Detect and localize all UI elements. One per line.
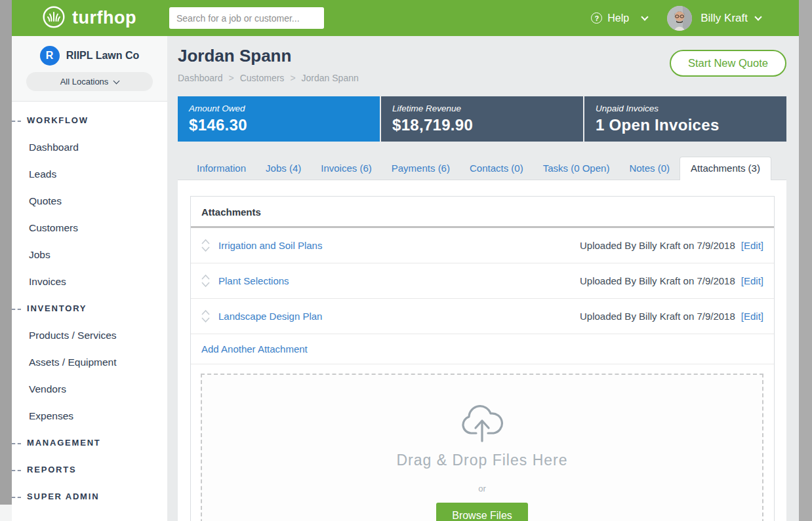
nav-section-label: WORKFLOW xyxy=(27,115,89,125)
stat-value: 1 Open Invoices xyxy=(596,116,775,134)
edit-link[interactable]: [Edit] xyxy=(741,311,763,322)
top-bar: turfhop ? Help Billy Kraft xyxy=(12,0,799,36)
browse-files-button[interactable]: Browse Files xyxy=(436,503,528,521)
page-header: Jordan Spann Dashboard > Customers > Jor… xyxy=(178,36,786,96)
edit-link[interactable]: [Edit] xyxy=(741,240,763,251)
attachment-row: Landscape Design Plan Uploaded By Billy … xyxy=(191,299,774,334)
uploaded-by-text: Uploaded By Billy Kraft on 7/9/2018 xyxy=(580,275,735,286)
start-new-quote-button[interactable]: Start New Quote xyxy=(670,50,786,77)
user-name[interactable]: Billy Kraft xyxy=(700,12,748,25)
window-edge-left-bottom xyxy=(0,505,12,521)
stat-value: $146.30 xyxy=(189,116,369,134)
dash-icon xyxy=(12,121,21,122)
tab-contacts[interactable]: Contacts (0) xyxy=(460,158,533,180)
sidebar-item-expenses[interactable]: Expenses xyxy=(12,402,167,429)
sidebar-item-dashboard[interactable]: Dashboard xyxy=(12,134,167,161)
nav-section-inventory[interactable]: INVENTORY xyxy=(12,295,167,322)
nav-section-label: SUPER ADMIN xyxy=(27,492,99,501)
tab-jobs[interactable]: Jobs (4) xyxy=(256,158,311,180)
file-dropzone[interactable]: Drag & Drop Files Here or Browse Files xyxy=(201,374,763,521)
dash-icon xyxy=(12,497,21,498)
scrollbar-track[interactable] xyxy=(799,0,812,521)
sidebar-item-assets-equipment[interactable]: Assets / Equipment xyxy=(12,349,167,376)
tab-invoices[interactable]: Invoices (6) xyxy=(311,158,382,180)
nav-section-management[interactable]: MANAGEMENT xyxy=(12,429,167,456)
add-another-attachment-link[interactable]: Add Another Attachment xyxy=(191,334,774,364)
stat-label: Lifetime Revenue xyxy=(392,104,572,113)
sidebar-item-vendors[interactable]: Vendors xyxy=(12,376,167,402)
chevron-up-icon[interactable] xyxy=(201,239,210,244)
brand[interactable]: turfhop xyxy=(42,5,163,31)
help-icon: ? xyxy=(591,12,602,24)
tab-information[interactable]: Information xyxy=(187,158,256,180)
search-input[interactable] xyxy=(169,7,324,29)
tab-payments[interactable]: Payments (6) xyxy=(382,158,460,180)
tab-attachments[interactable]: Attachments (3) xyxy=(680,157,771,180)
chevron-down-icon[interactable] xyxy=(201,317,210,322)
stat-unpaid-invoices: Unpaid Invoices 1 Open Invoices xyxy=(584,96,786,142)
sidebar-nav: WORKFLOW Dashboard Leads Quotes Customer… xyxy=(12,102,167,510)
attachment-link[interactable]: Irrigation and Soil Plans xyxy=(218,240,322,251)
tab-notes[interactable]: Notes (0) xyxy=(619,158,680,180)
attachment-row: Irrigation and Soil Plans Uploaded By Bi… xyxy=(191,228,774,263)
global-search xyxy=(169,7,324,29)
attachments-card-title: Attachments xyxy=(191,197,774,228)
breadcrumb-separator: > xyxy=(229,73,234,83)
nav-section-reports[interactable]: REPORTS xyxy=(12,456,167,483)
edit-link[interactable]: [Edit] xyxy=(741,275,763,286)
tab-panel: Attachments Irrigation and Soil Plans Up… xyxy=(178,180,786,521)
sidebar-company-block: R RIIPL Lawn Co All Locations xyxy=(12,36,167,102)
sidebar-item-jobs[interactable]: Jobs xyxy=(12,241,167,268)
uploaded-by-text: Uploaded By Billy Kraft on 7/9/2018 xyxy=(580,240,735,251)
chevron-up-icon[interactable] xyxy=(201,310,210,315)
sidebar-item-customers[interactable]: Customers xyxy=(12,214,167,241)
breadcrumb-customers[interactable]: Customers xyxy=(240,73,285,83)
company-name: RIIPL Lawn Co xyxy=(66,50,140,62)
attachment-link[interactable]: Landscape Design Plan xyxy=(218,311,322,322)
help-label: Help xyxy=(607,12,629,24)
nav-section-label: MANAGEMENT xyxy=(27,438,101,448)
chevron-down-icon[interactable] xyxy=(201,246,210,252)
stat-value: $18,719.90 xyxy=(392,116,572,134)
dropzone-title: Drag & Drop Files Here xyxy=(396,452,567,469)
chevron-down-icon[interactable] xyxy=(754,13,761,20)
locations-label: All Locations xyxy=(60,77,109,87)
dash-icon xyxy=(12,443,21,444)
sidebar: R RIIPL Lawn Co All Locations WORKFLOW D… xyxy=(12,36,167,521)
avatar[interactable] xyxy=(667,6,692,31)
stat-amount-owed: Amount Owed $146.30 xyxy=(178,96,380,142)
sidebar-item-quotes[interactable]: Quotes xyxy=(12,187,167,214)
nav-section-super-admin[interactable]: SUPER ADMIN xyxy=(12,483,167,510)
help-menu[interactable]: ? Help xyxy=(591,12,647,24)
reorder-controls xyxy=(201,275,210,287)
attachment-link[interactable]: Plant Selections xyxy=(218,275,289,286)
nav-section-workflow[interactable]: WORKFLOW xyxy=(12,107,167,134)
uploaded-by-text: Uploaded By Billy Kraft on 7/9/2018 xyxy=(580,311,735,322)
attachments-card: Attachments Irrigation and Soil Plans Up… xyxy=(190,196,775,521)
dash-icon xyxy=(12,470,21,471)
stat-label: Amount Owed xyxy=(189,104,369,113)
breadcrumb-dashboard[interactable]: Dashboard xyxy=(178,73,223,83)
reorder-controls xyxy=(201,310,210,322)
chevron-up-icon[interactable] xyxy=(201,275,210,280)
nav-section-label: INVENTORY xyxy=(27,303,87,313)
locations-dropdown[interactable]: All Locations xyxy=(26,72,153,91)
tab-bar: Information Jobs (4) Invoices (6) Paymen… xyxy=(178,157,786,180)
chevron-down-icon xyxy=(641,13,649,20)
top-bar-right: ? Help Billy Kraft xyxy=(591,6,761,31)
tab-tasks[interactable]: Tasks (0 Open) xyxy=(533,158,620,180)
sidebar-item-leads[interactable]: Leads xyxy=(12,161,167,187)
stat-label: Unpaid Invoices xyxy=(596,104,775,113)
nav-section-label: REPORTS xyxy=(27,465,76,474)
stats-bar: Amount Owed $146.30 Lifetime Revenue $18… xyxy=(178,96,786,142)
sidebar-item-products-services[interactable]: Products / Services xyxy=(12,322,167,349)
reorder-controls xyxy=(201,239,210,252)
company-logo: R xyxy=(40,46,60,66)
breadcrumb-separator: > xyxy=(290,73,295,83)
company-row[interactable]: R RIIPL Lawn Co xyxy=(40,46,140,66)
chevron-down-icon[interactable] xyxy=(201,282,210,287)
sidebar-item-invoices[interactable]: Invoices xyxy=(12,268,167,295)
dash-icon xyxy=(12,309,21,310)
attachment-row: Plant Selections Uploaded By Billy Kraft… xyxy=(191,263,774,299)
window-edge-left xyxy=(0,0,12,505)
